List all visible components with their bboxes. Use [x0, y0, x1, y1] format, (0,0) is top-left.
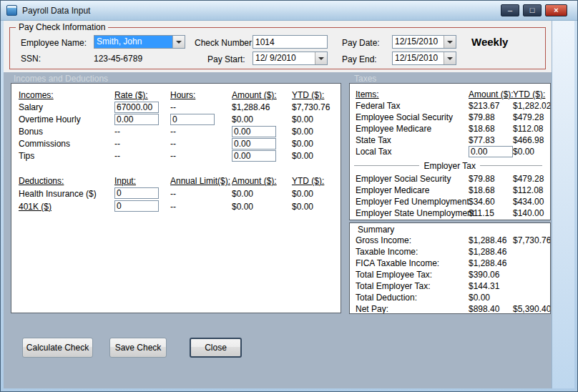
- employer-ss-ytd: $479.28: [513, 173, 551, 185]
- retirement-401k-amount: $0.00: [232, 200, 292, 213]
- employer-medicare-ytd: $112.08: [513, 185, 551, 196]
- pay-date-label: Pay Date:: [342, 38, 380, 48]
- close-icon: ×: [554, 6, 558, 14]
- retirement-401k-ytd: $0.00: [292, 200, 341, 213]
- maximize-button[interactable]: □: [523, 4, 542, 16]
- employer-fed-unemployment-amount: $34.60: [469, 196, 513, 207]
- commissions-rate: --: [114, 138, 170, 150]
- window-controls: – □ ×: [501, 4, 567, 16]
- minimize-button[interactable]: –: [501, 4, 519, 16]
- overtime-label: Overtime Hourly: [19, 114, 114, 126]
- net-pay-amount: $898.40: [469, 303, 513, 314]
- employee-medicare-amount: $18.68: [469, 123, 513, 134]
- minimize-icon: –: [508, 6, 512, 14]
- calculate-check-button[interactable]: Calculate Check: [22, 338, 93, 358]
- total-employee-tax-amount: $390.06: [469, 269, 513, 280]
- health-insurance-input[interactable]: [114, 187, 159, 199]
- pay-start-value: 12/ 9/2010: [253, 52, 315, 64]
- summary-panel: Summary Gross Income: $1,288.46 $7,730.7…: [349, 222, 551, 314]
- health-insurance-label: Health Insurance ($): [19, 187, 114, 200]
- commissions-amount-input[interactable]: [232, 138, 276, 150]
- ssn-label: SSN:: [21, 54, 41, 64]
- close-window-button[interactable]: ×: [545, 4, 567, 16]
- federal-tax-ytd: $1,282.02: [513, 100, 551, 112]
- pay-end-chevron-down-icon[interactable]: [444, 52, 456, 64]
- col-header-ded-amount: Amount ($):: [232, 175, 292, 187]
- col-header-input: Input:: [114, 175, 170, 187]
- employee-name-label: Employee Name:: [21, 38, 87, 48]
- section-spacer: [19, 162, 341, 175]
- employer-ss-label: Employer Social Security: [356, 173, 469, 185]
- employer-ss-amount: $79.88: [469, 173, 513, 185]
- state-tax-label: State Tax: [356, 134, 469, 146]
- tips-label: Tips: [19, 150, 114, 162]
- tips-ytd: $0.00: [292, 150, 341, 162]
- pay-date-chevron-down-icon[interactable]: [444, 36, 456, 48]
- col-header-incomes: Incomes:: [19, 89, 114, 102]
- health-insurance-ytd: $0.00: [292, 187, 341, 200]
- employer-medicare-amount: $18.68: [469, 185, 513, 196]
- pay-end-value: 12/15/2010: [393, 52, 444, 64]
- col-header-items: Items:: [356, 89, 469, 100]
- overtime-rate-input[interactable]: [114, 114, 159, 125]
- employer-state-unemployment-ytd: $140.00: [513, 207, 551, 219]
- employee-ss-amount: $79.88: [469, 112, 513, 123]
- maximize-icon: □: [530, 6, 535, 14]
- employer-tax-header: Employer Tax: [419, 161, 479, 171]
- local-tax-input[interactable]: [469, 146, 513, 157]
- pay-date-datepicker[interactable]: 12/15/2010: [392, 35, 456, 49]
- gross-income-ytd: $7,730.76: [513, 235, 551, 246]
- col-header-deductions: Deductions:: [19, 175, 114, 187]
- summary-legend: Summary: [356, 225, 396, 235]
- tips-rate: --: [114, 150, 170, 162]
- commissions-ytd: $0.00: [292, 138, 341, 150]
- bonus-rate: --: [114, 126, 170, 138]
- check-number-input[interactable]: [253, 35, 328, 49]
- overtime-ytd: $0.00: [292, 114, 341, 126]
- bonus-label: Bonus: [19, 126, 114, 138]
- employer-fed-unemployment-label: Employer Fed Unemployment: [356, 196, 469, 207]
- retirement-401k-limit: --: [170, 200, 232, 213]
- employer-medicare-label: Employer Medicare: [356, 185, 469, 196]
- paycheck-info-legend: Pay Check Information: [16, 22, 108, 32]
- net-pay-ytd: $5,390.40: [513, 303, 551, 314]
- pay-start-chevron-down-icon[interactable]: [315, 52, 327, 64]
- section-header-incomes-deductions: Incomes and Deductions: [14, 74, 108, 84]
- employee-name-chevron-down-icon[interactable]: [172, 36, 185, 48]
- employer-state-unemployment-amount: $11.15: [469, 207, 513, 219]
- pay-start-datepicker[interactable]: 12/ 9/2010: [253, 52, 328, 65]
- tips-amount-input[interactable]: [232, 150, 276, 162]
- state-tax-ytd: $466.98: [513, 134, 551, 146]
- state-tax-amount: $77.83: [469, 134, 513, 146]
- total-employer-tax-label: Total Employer Tax:: [356, 280, 469, 292]
- retirement-401k-input[interactable]: [114, 200, 159, 212]
- pay-start-label: Pay Start:: [207, 54, 245, 64]
- taxable-income-amount: $1,288.46: [469, 246, 513, 258]
- pay-end-datepicker[interactable]: 12/15/2010: [392, 52, 456, 65]
- employee-ss-ytd: $479.28: [513, 112, 551, 123]
- gross-income-amount: $1,288.46: [469, 235, 513, 246]
- col-header-ded-ytd: YTD ($):: [292, 175, 341, 187]
- total-employer-tax-amount: $144.31: [469, 280, 513, 292]
- employee-name-combobox[interactable]: Smith, John: [94, 35, 185, 49]
- overtime-hours-input[interactable]: [170, 114, 215, 125]
- bonus-amount-input[interactable]: [232, 126, 276, 137]
- col-header-tax-amount: Amount ($):: [469, 89, 513, 100]
- taxes-panel: Items: Amount ($): YTD ($): Federal Tax …: [349, 83, 551, 220]
- salary-rate-input[interactable]: [114, 102, 159, 113]
- close-button[interactable]: Close: [190, 338, 242, 358]
- employer-fed-unemployment-ytd: $434.00: [513, 196, 551, 207]
- local-tax-label: Local Tax: [356, 146, 469, 159]
- total-employee-tax-ytd: [513, 269, 551, 280]
- employee-medicare-ytd: $112.08: [513, 123, 551, 134]
- bonus-ytd: $0.00: [292, 126, 341, 138]
- save-check-button[interactable]: Save Check: [109, 338, 167, 358]
- overtime-amount: $0.00: [232, 114, 292, 126]
- payroll-window: Payroll Data Input – □ × Pay Check Infor…: [0, 0, 578, 392]
- col-header-hours: Hours:: [170, 89, 232, 102]
- commissions-label: Commissions: [19, 138, 114, 150]
- total-deduction-label: Total Deduction:: [356, 292, 469, 303]
- titlebar[interactable]: Payroll Data Input – □ ×: [1, 1, 577, 21]
- check-number-label: Check Number:: [195, 38, 254, 48]
- taxable-income-ytd: [513, 246, 551, 258]
